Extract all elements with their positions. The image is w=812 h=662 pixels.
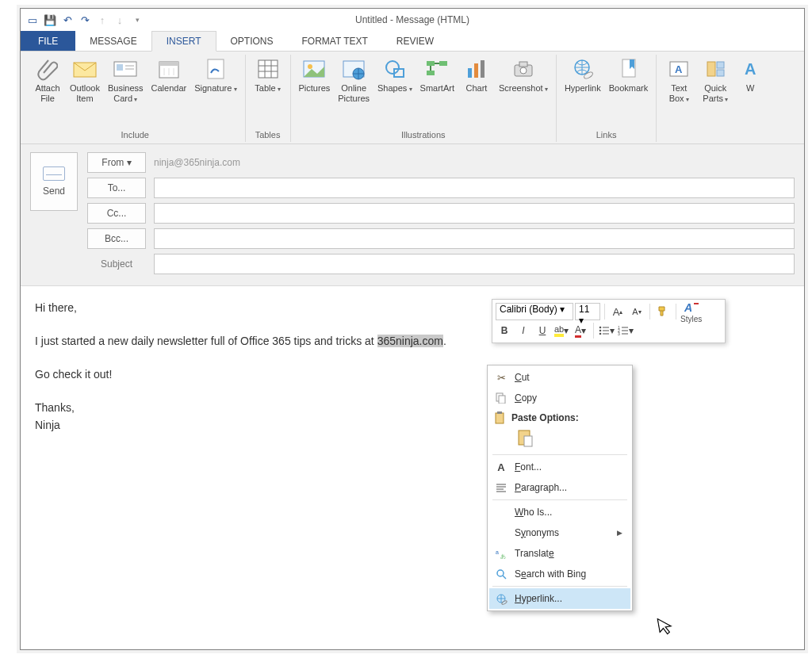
mouse-cursor-icon [657,616,674,637]
send-button[interactable]: Send [30,152,78,211]
body-thanks: Thanks,Ninja [35,399,790,434]
menu-paragraph[interactable]: Paragraph... [489,477,630,498]
redo-icon[interactable]: ↷ [76,11,94,29]
svg-point-30 [520,67,527,74]
menu-synonyms[interactable]: Synonyms ▶ [489,522,630,543]
svg-text:あ: あ [500,553,506,559]
font-size-select[interactable]: 11 ▾ [575,303,600,320]
menu-paste-options: Paste Options: [489,408,630,453]
context-menu: ✂ Cut Copy Paste Options: A Font... Para… [487,365,633,611]
svg-rect-55 [497,411,502,414]
paste-keep-source-icon[interactable] [515,427,535,448]
online-pictures-icon [341,56,366,82]
shrink-font-icon[interactable]: A▾ [628,303,645,320]
menu-hyperlink[interactable]: Hyperlink... [489,588,630,609]
calendar-icon [156,56,182,82]
bcc-field[interactable] [154,228,795,249]
bcc-button[interactable]: Bcc... [87,228,146,249]
tab-message[interactable]: MESSAGE [75,31,151,51]
svg-rect-23 [439,61,447,66]
bookmark-button[interactable]: Bookmark [606,55,652,129]
next-icon[interactable]: ↓ [111,11,128,29]
font-select[interactable]: Calibri (Body) ▾ [496,303,573,320]
underline-icon[interactable]: U [534,322,551,339]
cc-button[interactable]: Cc... [87,203,146,224]
svg-rect-53 [499,396,505,404]
svg-text:A: A [675,63,683,75]
attach-file-button[interactable]: Attach File [30,55,65,129]
globe-link-icon [570,56,596,82]
prev-icon[interactable]: ↑ [94,11,111,29]
tab-file[interactable]: FILE [21,31,75,51]
svg-point-20 [386,61,399,74]
card-icon [113,56,138,82]
selected-text: 365ninja.com [377,335,443,347]
save-icon[interactable]: 💾 [41,11,59,29]
qat-customize-icon[interactable]: ▾ [128,11,146,29]
quick-parts-icon [703,56,728,82]
tab-format-text[interactable]: FORMAT TEXT [288,31,382,51]
menu-cut[interactable]: ✂ Cut [489,367,630,388]
chart-button[interactable]: Chart [459,55,494,129]
signature-icon [203,56,228,82]
svg-point-64 [497,570,504,576]
signature-button[interactable]: Signature [191,55,239,129]
svg-rect-6 [159,62,178,66]
svg-point-42 [599,330,602,332]
text-box-button[interactable]: A Text Box [661,55,696,129]
to-field[interactable] [154,178,795,198]
business-card-button[interactable]: Business Card [105,55,147,129]
translate-icon: aあ [494,546,508,561]
undo-icon[interactable]: ↶ [59,11,76,29]
table-button[interactable]: Table [251,55,285,129]
to-button[interactable]: To... [87,178,146,198]
from-button[interactable]: From ▾ [87,152,146,173]
window-icon: ▭ [24,11,41,29]
paperclip-icon [35,56,60,82]
wordart-button[interactable]: A W [734,55,766,129]
menu-font[interactable]: A Font... [489,457,630,477]
group-label: Illustrations [401,129,446,142]
font-color-icon[interactable]: A▾ [572,322,589,339]
copy-icon [494,391,508,405]
mini-toolbar: Calibri (Body) ▾ 11 ▾ A▴ A▾ A Styles B I… [492,299,726,343]
paragraph-icon [494,480,508,495]
group-include: Attach File Outlook Item Business Card C… [25,55,246,142]
subject-field[interactable] [154,254,795,274]
menu-search-bing[interactable]: Search with Bing [489,564,630,584]
message-header: Send From ▾ ninja@365ninja.com To... Cc.… [21,144,804,286]
bullets-icon[interactable]: ▾ [598,322,615,339]
svg-point-32 [583,71,593,79]
tab-options[interactable]: OPTIONS [216,31,288,51]
cc-field[interactable] [154,203,795,224]
shapes-button[interactable]: Shapes [374,55,416,129]
svg-rect-38 [717,70,724,76]
menu-translate[interactable]: aあ Translate [489,543,630,564]
pictures-button[interactable]: Pictures [296,55,334,129]
from-value: ninja@365ninja.com [154,157,240,168]
format-painter-icon[interactable] [654,303,672,320]
styles-icon[interactable]: A [683,300,700,315]
tab-insert[interactable]: INSERT [151,31,216,52]
tab-review[interactable]: REVIEW [382,31,448,51]
pictures-icon [301,56,327,82]
calendar-button[interactable]: Calendar [148,55,190,129]
bold-icon[interactable]: B [496,322,513,339]
table-icon [255,56,281,82]
italic-icon[interactable]: I [515,322,532,339]
online-pictures-button[interactable]: Online Pictures [335,55,373,129]
smartart-button[interactable]: SmartArt [417,55,458,129]
grow-font-icon[interactable]: A▴ [609,303,626,320]
outlook-item-button[interactable]: Outlook Item [67,55,103,129]
numbering-icon[interactable]: 123▾ [617,322,634,339]
hyperlink-button[interactable]: Hyperlink [561,55,604,129]
quick-parts-button[interactable]: Quick Parts [698,55,733,129]
group-illustrations: Pictures Online Pictures Shapes SmartArt… [291,55,557,142]
group-label: Links [596,129,617,142]
highlight-icon[interactable]: ab▾ [553,322,570,339]
screenshot-button[interactable]: Screenshot [496,55,551,129]
menu-who-is[interactable]: Who Is... [489,502,630,522]
screenshot-icon [511,56,536,82]
paste-icon [494,411,505,424]
menu-copy[interactable]: Copy [489,388,630,408]
